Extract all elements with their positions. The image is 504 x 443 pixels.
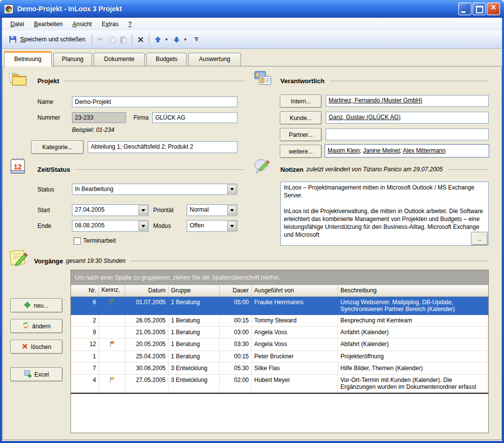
firma-label: Firma bbox=[134, 114, 149, 121]
copy-icon[interactable] bbox=[107, 34, 117, 44]
tab-budgets[interactable]: Budgets bbox=[146, 53, 187, 66]
inloox-project-window: { "window": { "title": "Demo-Projekt - I… bbox=[0, 0, 504, 443]
vorgang-row[interactable]: 226.05.20051 Beratung00:15Tommy StewardB… bbox=[71, 315, 488, 327]
paste-icon[interactable] bbox=[118, 34, 128, 44]
kunde-contact-link[interactable]: Ganz, Gustav (GLÜCK AG) bbox=[329, 114, 401, 121]
section-divider bbox=[75, 169, 244, 170]
vorgang-row[interactable]: 601.07.20051 Beratung05:00Frauke Herrman… bbox=[71, 297, 488, 315]
flag-icon bbox=[109, 377, 115, 383]
calendar-icon: 12 bbox=[8, 157, 29, 175]
vorgang-row[interactable]: 921.05.20051 Beratung03:00Angela VossAnf… bbox=[71, 327, 488, 339]
ende-date-dropdown[interactable]: 08.08.2005 bbox=[72, 220, 149, 232]
intern-contact-link[interactable]: Martinez, Fernando (Muster GmbH) bbox=[329, 97, 422, 104]
vorgang-row[interactable]: 125.04.20051 Beratung00:15Peter Bruckner… bbox=[71, 351, 488, 363]
intern-button[interactable]: Intern... bbox=[280, 95, 322, 108]
terminarbeit-checkbox[interactable] bbox=[73, 237, 81, 245]
vorgang-row[interactable]: 730.06.20053 Entwicklung05:30Silke FlasH… bbox=[71, 363, 488, 375]
menu-ansicht[interactable]: Ansicht bbox=[68, 19, 96, 29]
column-header-datum[interactable]: Datum bbox=[125, 285, 168, 297]
menu-extras[interactable]: Extras bbox=[97, 19, 123, 29]
start-label: Start bbox=[37, 207, 50, 214]
cell-nr: 9 bbox=[71, 327, 99, 339]
app-icon bbox=[4, 4, 13, 14]
vorgaenge-table: Um nach einer Spalte zu gruppieren, zieh… bbox=[70, 270, 489, 433]
excel-export-button[interactable]: Excel bbox=[10, 367, 63, 381]
menu-datei[interactable]: Datei bbox=[6, 19, 29, 29]
vorgang-row[interactable]: 427.05.20053 Entwicklung02:00Hubert Meye… bbox=[71, 375, 488, 393]
arrow-up-icon[interactable] bbox=[153, 34, 163, 44]
notizen-textarea[interactable]: InLoox – Projektmanagement mitten in Mic… bbox=[280, 182, 489, 246]
vorgaenge-total-hours: gesamt 19:30 Stunden bbox=[66, 257, 126, 264]
delete-x-icon bbox=[22, 343, 28, 351]
column-header-dauer[interactable]: Dauer bbox=[220, 285, 252, 297]
modus-dropdown[interactable]: Offen bbox=[187, 220, 237, 232]
tab-planung[interactable]: Planung bbox=[53, 53, 92, 66]
delete-icon[interactable] bbox=[135, 34, 145, 44]
name-input[interactable]: Demo-Projekt bbox=[72, 96, 237, 107]
titlebar[interactable]: Demo-Projekt - InLoox 3 Projekt ✕ bbox=[0, 0, 504, 18]
chevron-down-icon[interactable] bbox=[138, 221, 148, 231]
tab-auswertung[interactable]: Auswertung bbox=[188, 53, 241, 66]
flag-icon bbox=[109, 299, 115, 305]
status-dropdown[interactable]: In Bearbeitung bbox=[72, 184, 237, 195]
start-date-dropdown[interactable]: 27.04.2005 bbox=[72, 204, 149, 216]
maximize-button[interactable] bbox=[472, 2, 486, 15]
toolbar: Speichern und schließen ✂ ▼ ▼ ▼ bbox=[2, 31, 502, 49]
arrow-up-dropdown[interactable]: ▼ bbox=[163, 36, 170, 43]
chevron-down-icon[interactable] bbox=[227, 221, 236, 231]
column-header-beschreibung[interactable]: Beschreibung bbox=[338, 285, 488, 297]
cell-beschreibung: Besprechung mit Kernteam bbox=[338, 315, 488, 327]
cell-gruppe: 1 Beratung bbox=[168, 351, 220, 363]
tab-dokumente[interactable]: Dokumente bbox=[94, 53, 145, 66]
weitere-contact-link[interactable]: Alex Mittermann bbox=[403, 147, 446, 154]
menu-bearbeiten[interactable]: Bearbeiten bbox=[30, 19, 67, 29]
name-label: Name bbox=[37, 98, 53, 105]
arrow-down-dropdown[interactable]: ▼ bbox=[182, 36, 189, 43]
arrow-down-icon[interactable] bbox=[171, 34, 181, 44]
kategorie-button[interactable]: Kategorie... bbox=[31, 140, 84, 154]
weitere-contact-link[interactable]: Janine Melnet bbox=[363, 147, 400, 154]
menu-hilfe[interactable]: ? bbox=[124, 19, 136, 29]
cell-kennzeichen bbox=[99, 351, 125, 363]
column-header-ausgefuehrt-von[interactable]: Ausgeführt von bbox=[252, 285, 338, 297]
cell-dauer: 03:00 bbox=[220, 327, 252, 339]
notes-bubble-icon bbox=[253, 158, 274, 176]
column-header-nr[interactable]: Nr. bbox=[71, 285, 99, 297]
vorgang-row[interactable]: 1220.05.20051 Beratung03:30Angela VossAb… bbox=[71, 339, 488, 351]
cell-dauer: 02:00 bbox=[220, 375, 252, 393]
close-button[interactable]: ✕ bbox=[487, 2, 500, 15]
section-divider bbox=[448, 169, 489, 170]
weitere-button[interactable]: weitere... bbox=[280, 145, 322, 158]
loeschen-button[interactable]: löschen bbox=[10, 340, 63, 354]
column-header-kennz[interactable]: Kennz. bbox=[99, 285, 125, 297]
kategorie-input[interactable]: Abteilung 1; Geschäftsfeld 2; Produkt 2 bbox=[88, 141, 237, 153]
cell-gruppe: 1 Beratung bbox=[168, 339, 220, 351]
chevron-down-icon[interactable] bbox=[227, 205, 236, 215]
aendern-button[interactable]: ändern bbox=[10, 319, 63, 333]
chevron-down-icon[interactable] bbox=[227, 185, 236, 194]
group-by-drop-zone[interactable]: Um nach einer Spalte zu gruppieren, zieh… bbox=[71, 270, 488, 285]
minimize-button[interactable] bbox=[458, 2, 471, 15]
plus-icon bbox=[24, 302, 31, 310]
cell-dauer: 05:30 bbox=[220, 363, 252, 375]
prioritaet-dropdown[interactable]: Normal bbox=[187, 204, 237, 216]
firma-input[interactable]: GLÜCK AG bbox=[152, 112, 237, 123]
neu-button[interactable]: neu... bbox=[10, 298, 63, 313]
weitere-contact-link[interactable]: Maxim Klein bbox=[328, 147, 360, 154]
save-and-close-button[interactable]: Speichern und schließen bbox=[5, 33, 88, 46]
tab-betreuung[interactable]: Betreuung bbox=[4, 51, 52, 66]
intern-field[interactable]: Martinez, Fernando (Muster GmbH) bbox=[326, 95, 489, 107]
tasks-note-icon bbox=[8, 249, 29, 266]
cut-icon[interactable]: ✂ bbox=[96, 34, 105, 44]
partner-button[interactable]: Partner... bbox=[280, 128, 322, 141]
toolbar-separator bbox=[149, 34, 149, 45]
kunde-button[interactable]: Kunde... bbox=[280, 111, 322, 125]
chevron-down-icon[interactable] bbox=[138, 205, 148, 215]
partner-field[interactable] bbox=[326, 128, 489, 140]
weitere-field[interactable]: Maxim Klein; Janine Melnet; Alex Mitterm… bbox=[325, 144, 489, 158]
kunde-field[interactable]: Ganz, Gustav (GLÜCK AG) bbox=[326, 112, 489, 124]
section-title-verantwortlich: Verantwortlich bbox=[280, 77, 325, 85]
column-header-gruppe[interactable]: Gruppe bbox=[168, 285, 220, 297]
toolbar-overflow-button[interactable]: ▼ bbox=[193, 33, 200, 46]
notizen-expand-button[interactable]: .. bbox=[471, 232, 488, 245]
